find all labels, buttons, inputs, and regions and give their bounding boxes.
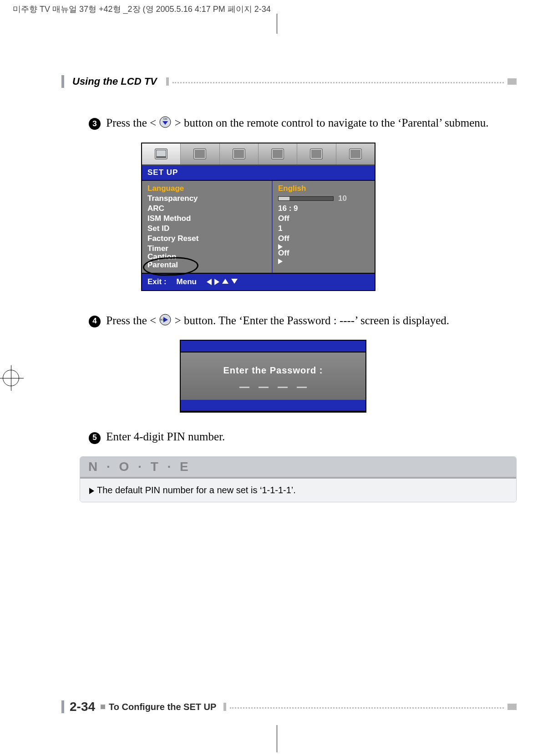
osd-value-transparency: 10 (278, 194, 369, 204)
step-text: > button. The ‘Enter the Password : ----… (175, 314, 449, 327)
pwd-digit-slot (259, 384, 269, 388)
header-dotted-rule (172, 82, 504, 83)
step-number-badge: 5 (89, 432, 101, 444)
print-job-header: 미주향 TV 매뉴얼 37형 +42형 _2장 (영 2005.5.16 4:1… (13, 4, 271, 15)
password-screenshot: Enter the Password : (180, 340, 366, 413)
submenu-arrow-icon (278, 259, 283, 264)
note-title: N · O · T · E (80, 457, 516, 477)
page-number: 2-34 (70, 700, 95, 714)
pwd-digit-slot (297, 384, 307, 388)
crop-mark-bottom (268, 739, 286, 756)
osd-title: SET UP (142, 165, 375, 181)
pwd-digit-slot (278, 384, 288, 388)
transparency-slider-icon (278, 196, 334, 201)
step-text: Press the < (106, 117, 159, 129)
note-text: The default PIN number for a new set is … (97, 485, 296, 495)
osd-setup-screenshot: SET UP Language Transparency ARC ISM Met… (141, 143, 375, 291)
footer-divider-icon (223, 703, 226, 711)
header-bar-icon (61, 75, 64, 88)
osd-tab-pip-icon (259, 143, 297, 164)
pwd-bottom-bar (181, 400, 365, 412)
arrow-right-icon (214, 279, 219, 285)
osd-item-factory-reset: Factory Reset (147, 234, 266, 244)
footer-title: To Configure the SET UP (109, 702, 223, 712)
bullet-triangle-icon (89, 488, 94, 494)
osd-value-language: English (278, 184, 369, 194)
osd-body: Language Transparency ARC ISM Method Set… (142, 181, 375, 273)
osd-value-transparency-num: 10 (338, 194, 347, 203)
osd-value-parental (278, 258, 369, 265)
pwd-prompt-label: Enter the Password : (183, 365, 363, 376)
header-divider-icon (166, 77, 169, 86)
channel-down-remote-icon: CH (159, 116, 172, 133)
osd-value-setid: 1 (278, 224, 369, 234)
page-footer: 2-34 To Configure the SET UP (61, 700, 517, 714)
footer-end-block-icon (507, 704, 517, 710)
footer-bar-icon (61, 700, 64, 713)
osd-category-icons (142, 143, 375, 165)
osd-item-parental: Parental (147, 260, 266, 270)
crop-mark-top (268, 14, 286, 32)
osd-value-ism: Off (278, 214, 369, 224)
osd-item-transparency: Transparency (147, 194, 266, 204)
page-content: Using the LCD TV 3 Press the < CH > butt… (61, 75, 517, 701)
note-box: N · O · T · E The default PIN number for… (80, 456, 517, 502)
pwd-top-bar (181, 341, 365, 352)
section-title: Using the LCD TV (72, 76, 166, 87)
header-end-block-icon (507, 78, 517, 85)
osd-item-parental-label: Parental (147, 261, 178, 270)
osd-item-setid: Set ID (147, 224, 266, 234)
osd-tab-screen-icon (220, 143, 259, 164)
section-header: Using the LCD TV (61, 75, 517, 88)
svg-text:VOL: VOL (160, 318, 165, 321)
step-number-badge: 3 (89, 118, 101, 130)
step-number-badge: 4 (89, 316, 101, 327)
osd-arrow-icons (207, 279, 238, 285)
osd-tab-channel-icon (336, 143, 375, 164)
osd-item-ism: ISM Method (147, 214, 266, 224)
osd-nav-bar: Exit : Menu (142, 273, 375, 290)
pwd-digit-slot (239, 384, 249, 388)
osd-tab-sound-icon (181, 143, 219, 164)
osd-menu-right: English 10 16 : 9 Off 1 Off Off (273, 181, 375, 273)
arrow-up-icon (222, 279, 228, 284)
registration-mark-left (0, 367, 22, 389)
osd-tab-picture-icon (142, 143, 181, 164)
footer-square-icon (101, 705, 105, 709)
manual-page: 미주향 TV 매뉴얼 37형 +42형 _2장 (영 2005.5.16 4:1… (0, 0, 553, 756)
step-text: Press the < (106, 314, 159, 327)
volume-right-remote-icon: VOL (159, 313, 172, 330)
osd-tab-setup-icon (297, 143, 336, 164)
step-text: > button on the remote control to naviga… (175, 117, 489, 129)
osd-menu-left: Language Transparency ARC ISM Method Set… (142, 181, 273, 273)
step-4: 4 Press the < VOL > button. The ‘Enter t… (89, 313, 517, 330)
osd-value-factory-reset: Off (278, 234, 369, 244)
osd-exit-label: Exit : (147, 277, 167, 286)
svg-text:CH: CH (163, 117, 167, 120)
arrow-down-icon (231, 279, 238, 284)
osd-value-caption: Off (278, 248, 369, 258)
step-3: 3 Press the < CH > button on the remote … (89, 115, 517, 133)
osd-value-arc: 16 : 9 (278, 204, 369, 214)
step-text: Enter 4-digit PIN number. (106, 430, 225, 443)
step-5: 5 Enter 4-digit PIN number. (89, 429, 517, 444)
osd-item-arc: ARC (147, 204, 266, 214)
note-body: The default PIN number for a new set is … (80, 479, 516, 502)
arrow-left-icon (207, 279, 212, 285)
osd-menu-label: Menu (177, 277, 197, 286)
pwd-digit-fields (183, 384, 363, 388)
footer-dotted-rule (230, 707, 504, 709)
osd-item-language: Language (147, 184, 266, 194)
